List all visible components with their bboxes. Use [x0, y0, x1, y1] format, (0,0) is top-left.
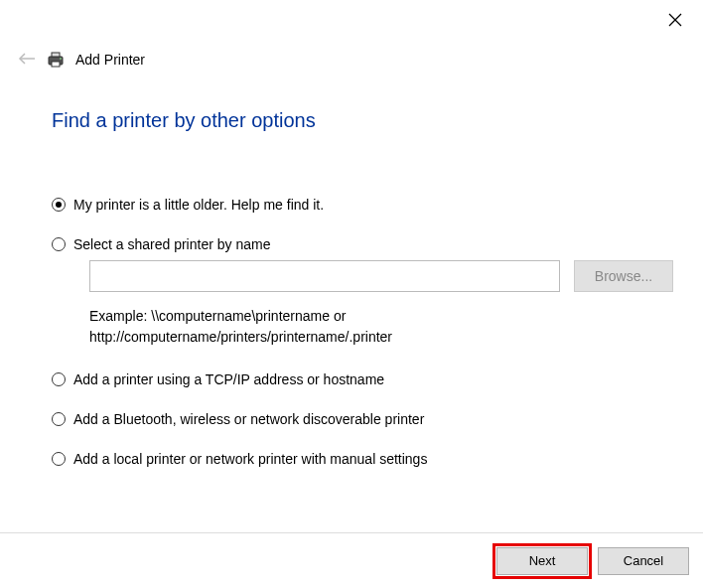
svg-rect-5 — [52, 62, 60, 67]
option-label: Add a local printer or network printer w… — [73, 451, 427, 467]
svg-point-6 — [60, 58, 62, 60]
option-label: Select a shared printer by name — [73, 236, 270, 252]
close-icon — [668, 13, 682, 27]
next-button[interactable]: Next — [496, 547, 588, 575]
page-heading: Find a printer by other options — [52, 109, 316, 132]
shared-printer-block: Browse... Example: \\computername\printe… — [89, 260, 673, 348]
browse-button: Browse... — [574, 260, 673, 292]
wizard-title: Add Printer — [75, 52, 145, 68]
cancel-button[interactable]: Cancel — [598, 547, 689, 575]
back-arrow-icon — [18, 51, 36, 69]
example-text: Example: \\computername\printername or h… — [89, 306, 561, 348]
option-tcpip-printer[interactable]: Add a printer using a TCP/IP address or … — [52, 371, 673, 387]
option-shared-printer[interactable]: Select a shared printer by name — [52, 236, 673, 252]
close-button[interactable] — [665, 10, 685, 30]
radio-icon — [52, 237, 66, 251]
example-line1: Example: \\computername\printername or — [89, 306, 561, 327]
radio-icon — [52, 412, 66, 426]
option-bluetooth-printer[interactable]: Add a Bluetooth, wireless or network dis… — [52, 411, 673, 427]
option-local-printer[interactable]: Add a local printer or network printer w… — [52, 451, 673, 467]
options-group: My printer is a little older. Help me fi… — [52, 197, 673, 481]
radio-icon — [52, 452, 66, 466]
wizard-header: Add Printer — [18, 50, 145, 70]
example-line2: http://computername/printers/printername… — [89, 327, 561, 348]
footer-bar: Next Cancel — [0, 532, 703, 588]
option-label: Add a Bluetooth, wireless or network dis… — [73, 411, 424, 427]
shared-printer-input[interactable] — [89, 260, 560, 292]
svg-rect-4 — [52, 53, 60, 57]
option-older-printer[interactable]: My printer is a little older. Help me fi… — [52, 197, 673, 213]
option-label: My printer is a little older. Help me fi… — [73, 197, 324, 213]
printer-icon — [46, 50, 66, 70]
option-label: Add a printer using a TCP/IP address or … — [73, 371, 384, 387]
radio-icon — [52, 198, 66, 212]
radio-icon — [52, 372, 66, 386]
